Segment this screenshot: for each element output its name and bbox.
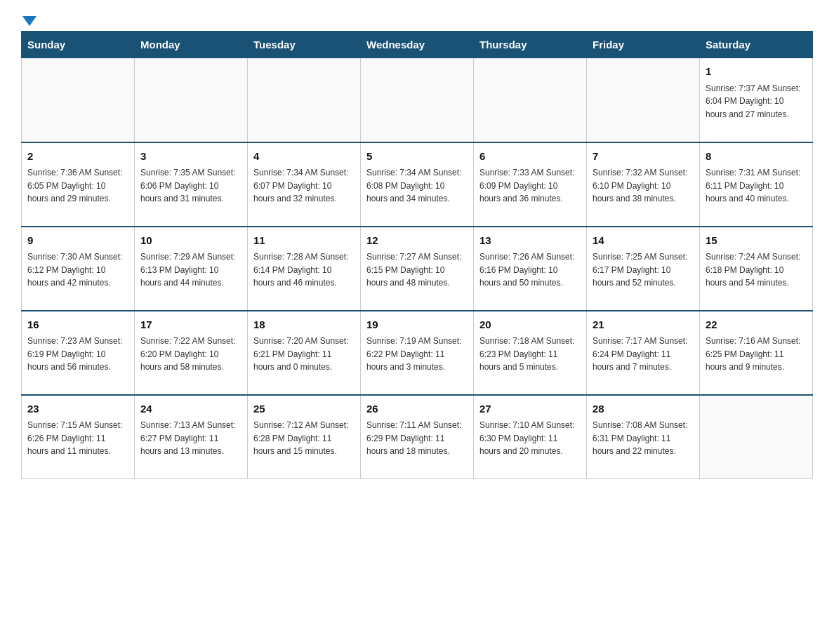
day-info: Sunrise: 7:31 AM Sunset: 6:11 PM Dayligh… bbox=[706, 166, 807, 206]
day-info: Sunrise: 7:20 AM Sunset: 6:21 PM Dayligh… bbox=[253, 335, 355, 374]
calendar-day-cell: 24Sunrise: 7:13 AM Sunset: 6:27 PM Dayli… bbox=[135, 395, 248, 479]
day-number: 18 bbox=[253, 317, 355, 333]
calendar-day-cell: 17Sunrise: 7:22 AM Sunset: 6:20 PM Dayli… bbox=[135, 311, 248, 395]
day-info: Sunrise: 7:28 AM Sunset: 6:14 PM Dayligh… bbox=[253, 250, 355, 290]
calendar-day-cell: 3Sunrise: 7:35 AM Sunset: 6:06 PM Daylig… bbox=[135, 142, 248, 227]
day-info: Sunrise: 7:29 AM Sunset: 6:13 PM Dayligh… bbox=[140, 250, 241, 290]
day-info: Sunrise: 7:33 AM Sunset: 6:09 PM Dayligh… bbox=[479, 166, 581, 206]
calendar-day-cell: 13Sunrise: 7:26 AM Sunset: 6:16 PM Dayli… bbox=[474, 227, 587, 311]
day-info: Sunrise: 7:37 AM Sunset: 6:04 PM Dayligh… bbox=[706, 82, 807, 121]
col-saturday: Saturday bbox=[700, 32, 813, 58]
calendar-day-cell: 21Sunrise: 7:17 AM Sunset: 6:24 PM Dayli… bbox=[587, 311, 700, 395]
calendar-day-cell: 20Sunrise: 7:18 AM Sunset: 6:23 PM Dayli… bbox=[474, 311, 587, 395]
col-tuesday: Tuesday bbox=[248, 32, 361, 58]
calendar-day-cell: 25Sunrise: 7:12 AM Sunset: 6:28 PM Dayli… bbox=[248, 395, 361, 479]
day-info: Sunrise: 7:10 AM Sunset: 6:30 PM Dayligh… bbox=[479, 419, 581, 458]
calendar-day-cell: 26Sunrise: 7:11 AM Sunset: 6:29 PM Dayli… bbox=[361, 395, 474, 479]
calendar-day-cell: 9Sunrise: 7:30 AM Sunset: 6:12 PM Daylig… bbox=[22, 227, 135, 311]
col-wednesday: Wednesday bbox=[361, 32, 474, 58]
day-info: Sunrise: 7:19 AM Sunset: 6:22 PM Dayligh… bbox=[366, 335, 468, 374]
day-number: 12 bbox=[366, 233, 468, 249]
calendar-week-row: 16Sunrise: 7:23 AM Sunset: 6:19 PM Dayli… bbox=[22, 311, 813, 395]
calendar-day-cell: 10Sunrise: 7:29 AM Sunset: 6:13 PM Dayli… bbox=[135, 227, 248, 311]
calendar-day-cell: 19Sunrise: 7:19 AM Sunset: 6:22 PM Dayli… bbox=[361, 311, 474, 395]
day-info: Sunrise: 7:17 AM Sunset: 6:24 PM Dayligh… bbox=[593, 335, 694, 374]
day-number: 25 bbox=[253, 401, 355, 417]
calendar-day-cell: 6Sunrise: 7:33 AM Sunset: 6:09 PM Daylig… bbox=[474, 142, 587, 227]
day-number: 20 bbox=[479, 317, 581, 333]
day-number: 2 bbox=[27, 149, 128, 165]
day-info: Sunrise: 7:34 AM Sunset: 6:07 PM Dayligh… bbox=[253, 166, 355, 206]
day-info: Sunrise: 7:22 AM Sunset: 6:20 PM Dayligh… bbox=[140, 335, 241, 374]
day-number: 28 bbox=[593, 401, 694, 417]
calendar-day-cell: 1Sunrise: 7:37 AM Sunset: 6:04 PM Daylig… bbox=[700, 58, 813, 142]
calendar-day-cell: 4Sunrise: 7:34 AM Sunset: 6:07 PM Daylig… bbox=[248, 142, 361, 227]
day-info: Sunrise: 7:23 AM Sunset: 6:19 PM Dayligh… bbox=[27, 335, 128, 374]
day-info: Sunrise: 7:12 AM Sunset: 6:28 PM Dayligh… bbox=[253, 419, 355, 458]
calendar-day-cell: 18Sunrise: 7:20 AM Sunset: 6:21 PM Dayli… bbox=[248, 311, 361, 395]
col-friday: Friday bbox=[587, 32, 700, 58]
day-number: 10 bbox=[140, 233, 241, 249]
calendar-day-cell: 12Sunrise: 7:27 AM Sunset: 6:15 PM Dayli… bbox=[361, 227, 474, 311]
calendar-day-cell: 22Sunrise: 7:16 AM Sunset: 6:25 PM Dayli… bbox=[700, 311, 813, 395]
calendar-week-row: 23Sunrise: 7:15 AM Sunset: 6:26 PM Dayli… bbox=[22, 395, 813, 479]
day-number: 19 bbox=[366, 317, 468, 333]
day-info: Sunrise: 7:15 AM Sunset: 6:26 PM Dayligh… bbox=[27, 419, 128, 458]
calendar-day-cell: 7Sunrise: 7:32 AM Sunset: 6:10 PM Daylig… bbox=[587, 142, 700, 227]
day-number: 8 bbox=[706, 149, 807, 165]
col-thursday: Thursday bbox=[474, 32, 587, 58]
day-number: 9 bbox=[27, 233, 128, 249]
calendar-day-cell: 11Sunrise: 7:28 AM Sunset: 6:14 PM Dayli… bbox=[248, 227, 361, 311]
col-monday: Monday bbox=[135, 32, 248, 58]
day-info: Sunrise: 7:25 AM Sunset: 6:17 PM Dayligh… bbox=[593, 250, 694, 290]
day-number: 3 bbox=[140, 149, 241, 165]
day-info: Sunrise: 7:34 AM Sunset: 6:08 PM Dayligh… bbox=[366, 166, 468, 206]
day-info: Sunrise: 7:26 AM Sunset: 6:16 PM Dayligh… bbox=[479, 250, 581, 290]
logo bbox=[21, 14, 38, 24]
calendar-week-row: 9Sunrise: 7:30 AM Sunset: 6:12 PM Daylig… bbox=[22, 227, 813, 311]
day-number: 17 bbox=[140, 317, 241, 333]
calendar-day-cell: 14Sunrise: 7:25 AM Sunset: 6:17 PM Dayli… bbox=[587, 227, 700, 311]
calendar-day-cell bbox=[700, 395, 813, 479]
calendar-day-cell: 2Sunrise: 7:36 AM Sunset: 6:05 PM Daylig… bbox=[22, 142, 135, 227]
day-info: Sunrise: 7:30 AM Sunset: 6:12 PM Dayligh… bbox=[27, 250, 128, 290]
day-number: 11 bbox=[253, 233, 355, 249]
day-info: Sunrise: 7:18 AM Sunset: 6:23 PM Dayligh… bbox=[479, 335, 581, 374]
calendar-day-cell: 23Sunrise: 7:15 AM Sunset: 6:26 PM Dayli… bbox=[22, 395, 135, 479]
day-number: 14 bbox=[593, 233, 694, 249]
day-info: Sunrise: 7:13 AM Sunset: 6:27 PM Dayligh… bbox=[140, 419, 241, 458]
calendar-day-cell: 27Sunrise: 7:10 AM Sunset: 6:30 PM Dayli… bbox=[474, 395, 587, 479]
day-number: 24 bbox=[140, 401, 241, 417]
calendar-day-cell bbox=[22, 58, 135, 142]
day-number: 5 bbox=[366, 149, 468, 165]
day-info: Sunrise: 7:35 AM Sunset: 6:06 PM Dayligh… bbox=[140, 166, 241, 206]
calendar-day-cell: 28Sunrise: 7:08 AM Sunset: 6:31 PM Dayli… bbox=[587, 395, 700, 479]
calendar-day-cell bbox=[248, 58, 361, 142]
calendar-day-cell: 5Sunrise: 7:34 AM Sunset: 6:08 PM Daylig… bbox=[361, 142, 474, 227]
day-info: Sunrise: 7:36 AM Sunset: 6:05 PM Dayligh… bbox=[27, 166, 128, 206]
day-number: 27 bbox=[479, 401, 581, 417]
day-info: Sunrise: 7:32 AM Sunset: 6:10 PM Dayligh… bbox=[593, 166, 694, 206]
day-number: 21 bbox=[593, 317, 694, 333]
calendar-day-cell: 16Sunrise: 7:23 AM Sunset: 6:19 PM Dayli… bbox=[22, 311, 135, 395]
day-info: Sunrise: 7:24 AM Sunset: 6:18 PM Dayligh… bbox=[706, 250, 807, 290]
calendar-day-cell bbox=[587, 58, 700, 142]
calendar-day-cell: 15Sunrise: 7:24 AM Sunset: 6:18 PM Dayli… bbox=[700, 227, 813, 311]
calendar-week-row: 2Sunrise: 7:36 AM Sunset: 6:05 PM Daylig… bbox=[22, 142, 813, 227]
day-number: 26 bbox=[366, 401, 468, 417]
calendar-day-cell: 8Sunrise: 7:31 AM Sunset: 6:11 PM Daylig… bbox=[700, 142, 813, 227]
day-number: 23 bbox=[27, 401, 128, 417]
day-number: 13 bbox=[479, 233, 581, 249]
day-info: Sunrise: 7:08 AM Sunset: 6:31 PM Dayligh… bbox=[593, 419, 694, 458]
col-sunday: Sunday bbox=[22, 32, 135, 58]
day-number: 7 bbox=[593, 149, 694, 165]
day-info: Sunrise: 7:16 AM Sunset: 6:25 PM Dayligh… bbox=[706, 335, 807, 374]
day-number: 4 bbox=[253, 149, 355, 165]
calendar-week-row: 1Sunrise: 7:37 AM Sunset: 6:04 PM Daylig… bbox=[22, 58, 813, 142]
calendar-header-row: Sunday Monday Tuesday Wednesday Thursday… bbox=[22, 32, 813, 58]
page-header bbox=[21, 14, 813, 24]
day-number: 15 bbox=[706, 233, 807, 249]
logo-arrow-icon bbox=[22, 16, 37, 26]
calendar-table: Sunday Monday Tuesday Wednesday Thursday… bbox=[21, 31, 813, 479]
day-number: 1 bbox=[706, 64, 807, 80]
